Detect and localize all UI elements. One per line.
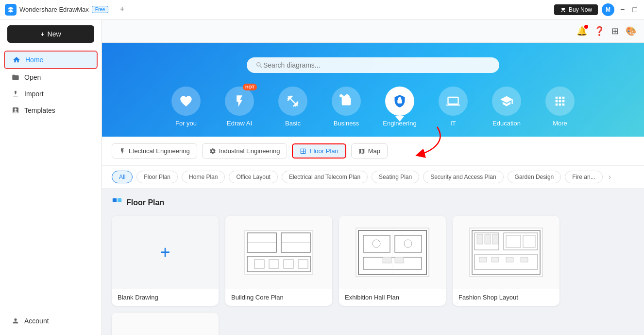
sidebar-bottom: Account [0, 313, 102, 329]
blank-plus-icon: + [160, 242, 170, 263]
subnav-floorplan-label: Floor Plan [309, 147, 338, 155]
maximize-button[interactable]: □ [630, 5, 639, 14]
subnav-electrical[interactable]: Electrical Engineering [112, 143, 197, 159]
chip-seating[interactable]: Seating Plan [372, 171, 419, 183]
industrial-icon [209, 148, 216, 155]
search-input[interactable] [263, 61, 491, 69]
top-bar: 🔔 ❓ ⊞ 🎨 [102, 19, 644, 43]
exhibition-thumb [339, 216, 446, 289]
category-business[interactable]: Business [320, 87, 373, 137]
subnav-floorplan[interactable]: Floor Plan [292, 143, 346, 159]
svg-rect-36 [521, 257, 528, 262]
template-exhibition-name: Exhibition Hall Plan [339, 289, 446, 306]
category-basic[interactable]: Basic [266, 87, 320, 137]
cat-circle-edrawai: HOT [225, 87, 254, 116]
app-name: Wondershare EdrawMax [19, 6, 89, 13]
add-tab-button[interactable]: + [116, 4, 128, 16]
templates-grid: + Blank Drawing [112, 216, 634, 335]
chip-garden[interactable]: Garden Design [508, 171, 561, 183]
chip-security[interactable]: Security and Access Plan [423, 171, 503, 183]
svg-rect-28 [477, 234, 483, 244]
theme-icon[interactable]: 🎨 [626, 26, 636, 36]
subnav-industrial[interactable]: Industrial Engineering [202, 143, 288, 159]
cat-circle-education [492, 87, 521, 116]
chip-all[interactable]: All [112, 171, 133, 183]
template-exhibition[interactable]: Exhibition Hall Plan [339, 216, 446, 306]
sidebar-item-account[interactable]: Account [4, 313, 98, 329]
category-edrawai[interactable]: HOT Edraw AI [213, 87, 266, 137]
template-more[interactable]: ••• More Templates [112, 313, 219, 335]
filter-more-arrow[interactable]: › [609, 173, 611, 181]
blank-thumb: + [112, 216, 219, 289]
svg-rect-35 [506, 257, 513, 262]
cat-label-education: Education [492, 120, 521, 127]
svg-rect-30 [492, 234, 498, 244]
cat-circle-engineering [385, 87, 414, 116]
svg-rect-33 [479, 257, 487, 262]
new-button[interactable]: + New [7, 25, 94, 43]
template-fashion[interactable]: Fashion Shop Layout [453, 216, 559, 306]
chip-homeplan[interactable]: Home Plan [182, 171, 225, 183]
subnav-industrial-label: Industrial Engineering [219, 147, 280, 155]
svg-rect-21 [383, 257, 391, 263]
cat-circle-foryou [171, 87, 201, 116]
chip-floorplan[interactable]: Floor Plan [136, 171, 178, 183]
svg-rect-1 [118, 198, 121, 202]
grid-icon[interactable]: ⊞ [611, 26, 619, 36]
engineering-arrow [395, 116, 405, 122]
hero-banner: For you HOT Edraw AI Basic [102, 43, 644, 137]
new-label: New [48, 30, 61, 38]
exhibition-plan-svg [354, 226, 431, 279]
user-avatar[interactable]: M [602, 3, 614, 16]
template-building[interactable]: Building Core Plan [225, 216, 332, 306]
category-education[interactable]: Education [480, 87, 533, 137]
building-thumb [225, 216, 332, 289]
category-foryou[interactable]: For you [159, 87, 213, 137]
svg-rect-29 [485, 234, 491, 244]
cat-label-it: IT [450, 120, 456, 127]
category-more[interactable]: More [533, 87, 587, 137]
template-blank-name: Blank Drawing [112, 289, 219, 306]
buy-now-label: Buy Now [569, 6, 592, 13]
svg-rect-34 [491, 257, 499, 262]
chip-officelayout[interactable]: Office Layout [229, 171, 278, 183]
sidebar-account-label: Account [24, 317, 49, 325]
floor-plan-section: Floor Plan + Blank Drawing [102, 189, 644, 335]
cat-label-foryou: For you [175, 120, 197, 127]
buy-now-button[interactable]: Buy Now [554, 4, 598, 15]
svg-rect-0 [113, 198, 117, 202]
cat-circle-it [439, 87, 468, 116]
fashion-plan-svg [467, 226, 545, 279]
category-it[interactable]: IT [426, 87, 480, 137]
title-bar-right: Buy Now M − □ [554, 3, 639, 16]
plus-icon: + [40, 30, 44, 38]
subnav-map[interactable]: Map [351, 143, 388, 159]
cat-label-edrawai: Edraw AI [227, 120, 252, 127]
template-blank[interactable]: + Blank Drawing [112, 216, 219, 306]
sub-nav: Electrical Engineering Industrial Engine… [102, 137, 644, 166]
title-bar: Wondershare EdrawMax Free + Buy Now M − … [0, 0, 644, 19]
sidebar-item-open[interactable]: Open [4, 69, 98, 86]
notification-icon[interactable]: 🔔 [576, 26, 587, 36]
cat-circle-basic [278, 87, 307, 116]
notif-dot [584, 25, 588, 29]
template-fashion-name: Fashion Shop Layout [453, 289, 559, 306]
sidebar-import-label: Import [24, 90, 44, 98]
section-title-icon [112, 197, 122, 208]
cat-circle-more [545, 87, 575, 116]
sidebar-item-templates[interactable]: Templates [4, 102, 98, 119]
search-icon [255, 61, 263, 69]
main-layout: + New Home Open Import Templates Account [0, 19, 644, 335]
cat-label-basic: Basic [285, 120, 301, 127]
chip-electrical[interactable]: Electrical and Telecom Plan [282, 171, 368, 183]
category-engineering[interactable]: Engineering [373, 87, 426, 137]
minimize-button[interactable]: − [618, 5, 627, 14]
fashion-thumb [453, 216, 559, 289]
map-icon [358, 148, 365, 155]
logo-icon [5, 4, 17, 16]
chip-fire[interactable]: Fire an... [565, 171, 602, 183]
sidebar-item-import[interactable]: Import [4, 86, 98, 102]
sidebar-item-home[interactable]: Home [4, 51, 98, 69]
search-box[interactable] [247, 57, 499, 73]
help-icon[interactable]: ❓ [594, 26, 605, 36]
